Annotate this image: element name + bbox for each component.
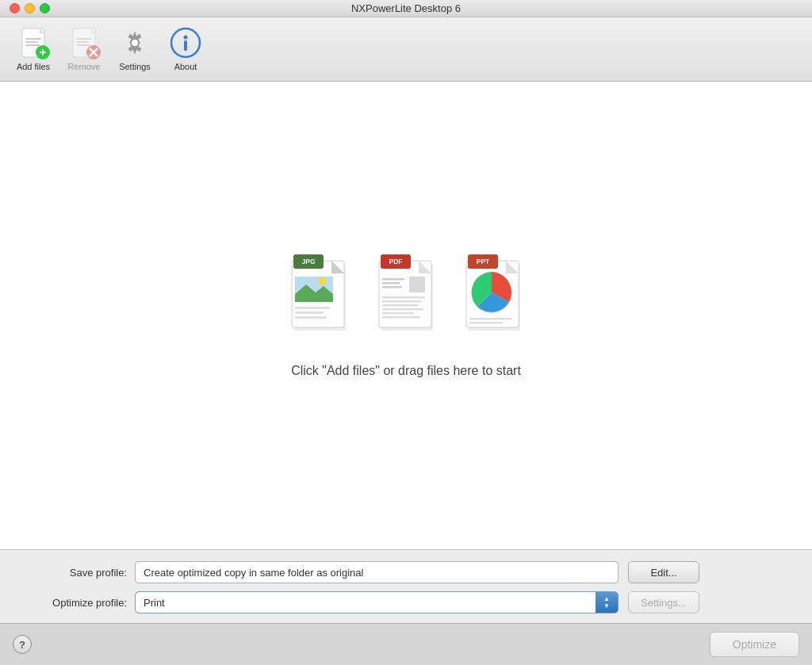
optimize-profile-label: Optimize profile: (16, 597, 127, 609)
svg-rect-34 (382, 286, 402, 289)
svg-rect-33 (382, 282, 400, 285)
main-content: JPG PDF (0, 82, 812, 549)
profile-settings-button[interactable]: Settings... (628, 591, 699, 613)
optimize-button[interactable]: Optimize (710, 632, 799, 657)
add-files-icon (16, 25, 51, 60)
svg-rect-32 (382, 278, 404, 281)
settings-toolbar-button[interactable]: Settings (111, 22, 159, 75)
svg-rect-25 (295, 307, 330, 309)
dropdown-arrow-icon[interactable]: ▲ ▼ (596, 591, 618, 613)
svg-rect-39 (382, 308, 423, 311)
settings-toolbar-label: Settings (119, 62, 151, 71)
svg-rect-3 (25, 44, 40, 46)
svg-point-17 (184, 36, 188, 40)
svg-text:PDF: PDF (389, 258, 403, 266)
svg-rect-48 (469, 322, 503, 324)
svg-rect-1 (25, 38, 41, 40)
svg-rect-38 (382, 304, 419, 307)
title-bar: NXPowerLite Desktop 6 (0, 0, 812, 17)
svg-point-24 (318, 277, 326, 285)
window-title: NXPowerLite Desktop 6 (351, 2, 461, 14)
save-profile-label: Save profile: (16, 567, 127, 579)
svg-rect-27 (295, 316, 327, 319)
add-files-button[interactable]: Add files (10, 22, 57, 75)
svg-rect-26 (295, 311, 324, 314)
remove-label: Remove (68, 62, 101, 71)
maximize-button[interactable] (40, 3, 50, 13)
optimize-dropdown[interactable]: Print ▲ ▼ (135, 591, 619, 613)
bottom-panel: Save profile: Create optimized copy in s… (0, 549, 812, 623)
svg-rect-41 (382, 316, 420, 319)
toolbar: Add files Remove (0, 17, 812, 82)
about-button[interactable]: About (162, 22, 209, 75)
add-files-label: Add files (17, 62, 50, 71)
svg-point-15 (132, 40, 138, 46)
svg-rect-35 (409, 277, 425, 292)
svg-text:JPG: JPG (301, 258, 315, 266)
about-label: About (174, 62, 197, 71)
about-icon (168, 25, 203, 60)
svg-rect-10 (76, 44, 90, 46)
optimize-dropdown-value: Print (136, 597, 596, 609)
optimize-profile-row: Optimize profile: Print ▲ ▼ Settings... (16, 591, 796, 613)
help-button[interactable]: ? (13, 635, 32, 654)
file-icons-row: JPG PDF (287, 253, 525, 332)
svg-rect-2 (25, 41, 38, 43)
save-profile-value: Create optimized copy in same folder as … (135, 561, 619, 583)
settings-icon (117, 25, 152, 60)
remove-icon (67, 25, 102, 60)
remove-button[interactable]: Remove (60, 22, 108, 75)
svg-rect-18 (184, 40, 187, 51)
save-profile-row: Save profile: Create optimized copy in s… (16, 561, 796, 583)
svg-rect-6 (42, 49, 44, 55)
svg-rect-40 (382, 312, 414, 315)
minimize-button[interactable] (25, 3, 35, 13)
jpg-file-icon: JPG (287, 253, 350, 332)
footer: ? Optimize (0, 623, 812, 665)
edit-button[interactable]: Edit... (628, 561, 699, 583)
svg-text:PPT: PPT (477, 258, 490, 266)
traffic-lights[interactable] (10, 3, 50, 13)
svg-rect-36 (382, 296, 425, 299)
drag-hint-text: Click "Add files" or drag files here to … (291, 364, 521, 378)
svg-rect-37 (382, 300, 422, 303)
ppt-file-icon: PPT (462, 253, 525, 332)
svg-rect-8 (76, 38, 92, 40)
close-button[interactable] (10, 3, 20, 13)
svg-rect-9 (76, 41, 89, 43)
svg-rect-47 (469, 318, 512, 320)
pdf-file-icon: PDF (374, 253, 438, 332)
